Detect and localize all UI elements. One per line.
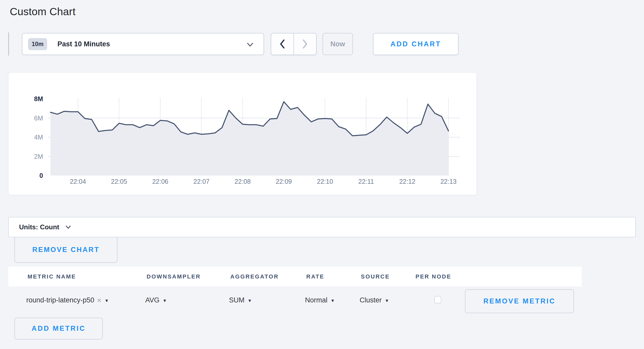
svg-text:22:12: 22:12 — [399, 178, 416, 185]
column-header-downsampler: DOWNSAMPLER — [147, 273, 230, 280]
svg-text:6M: 6M — [34, 115, 43, 122]
time-nav-group — [271, 33, 317, 55]
aggregator-dropdown[interactable]: SUM ▼ — [229, 296, 305, 304]
column-header-aggregator: AGGREGATOR — [230, 273, 306, 280]
add-chart-button[interactable]: ADD CHART — [373, 33, 459, 55]
svg-text:22:13: 22:13 — [440, 178, 457, 185]
svg-text:22:08: 22:08 — [235, 178, 251, 185]
chevron-right-icon — [302, 39, 308, 49]
svg-text:4M: 4M — [34, 134, 43, 141]
caret-down-icon: ▼ — [105, 298, 109, 303]
svg-text:22:06: 22:06 — [152, 178, 168, 185]
time-back-button[interactable] — [271, 33, 293, 55]
time-forward-button[interactable] — [293, 33, 316, 55]
downsampler-value: AVG — [145, 296, 159, 304]
caret-down-icon: ▼ — [163, 298, 167, 303]
now-button[interactable]: Now — [323, 33, 353, 55]
rate-value: Normal — [305, 296, 327, 304]
svg-text:22:05: 22:05 — [111, 178, 127, 185]
column-header-metric-name: METRIC NAME — [28, 273, 147, 280]
page-title: Custom Chart — [10, 6, 75, 18]
rate-dropdown[interactable]: Normal ▼ — [305, 296, 360, 304]
remove-metric-button[interactable]: REMOVE METRIC — [465, 289, 574, 313]
svg-text:22:09: 22:09 — [276, 178, 292, 185]
svg-text:22:11: 22:11 — [358, 178, 374, 185]
metric-area-chart[interactable]: 22:0422:0522:0622:0722:0822:0922:1022:11… — [9, 73, 477, 195]
units-label: Units: Count — [19, 223, 59, 231]
source-dropdown[interactable]: Cluster ▼ — [360, 296, 414, 304]
chart-card: 22:0422:0522:0622:0722:0822:0922:1022:11… — [8, 72, 477, 195]
toolbar-accent-divider — [8, 32, 9, 56]
add-metric-button[interactable]: ADD METRIC — [14, 318, 103, 339]
time-range-badge: 10m — [28, 38, 47, 50]
column-header-source: SOURCE — [361, 273, 416, 280]
svg-text:22:10: 22:10 — [317, 178, 333, 185]
aggregator-value: SUM — [229, 296, 244, 304]
units-dropdown[interactable]: Units: Count — [8, 217, 636, 237]
caret-down-icon: ▼ — [248, 298, 252, 303]
column-header-per-node: PER NODE — [416, 273, 479, 280]
caret-down-icon: ▼ — [331, 298, 335, 303]
per-node-checkbox[interactable] — [434, 296, 441, 303]
metrics-table-header: METRIC NAME DOWNSAMPLER AGGREGATOR RATE … — [8, 267, 582, 286]
column-header-rate: RATE — [306, 273, 361, 280]
svg-text:22:07: 22:07 — [193, 178, 210, 185]
caret-down-icon: ▼ — [385, 298, 389, 303]
time-range-label: Past 10 Minutes — [57, 40, 110, 48]
metric-name-dropdown[interactable]: round-trip-latency-p50 × ▼ — [26, 296, 145, 304]
chevron-left-icon — [279, 39, 286, 49]
downsampler-dropdown[interactable]: AVG ▼ — [145, 296, 229, 304]
clear-metric-icon[interactable]: × — [97, 296, 101, 304]
svg-text:0: 0 — [39, 172, 43, 179]
source-value: Cluster — [360, 296, 382, 304]
metric-name-value: round-trip-latency-p50 — [26, 296, 94, 304]
remove-chart-button[interactable]: REMOVE CHART — [14, 237, 117, 263]
time-range-dropdown[interactable]: 10m Past 10 Minutes — [22, 33, 264, 55]
chevron-down-icon — [246, 41, 254, 49]
svg-text:22:04: 22:04 — [70, 178, 86, 185]
svg-text:2M: 2M — [34, 153, 43, 160]
svg-text:8M: 8M — [34, 95, 43, 102]
chevron-down-icon — [65, 225, 72, 231]
